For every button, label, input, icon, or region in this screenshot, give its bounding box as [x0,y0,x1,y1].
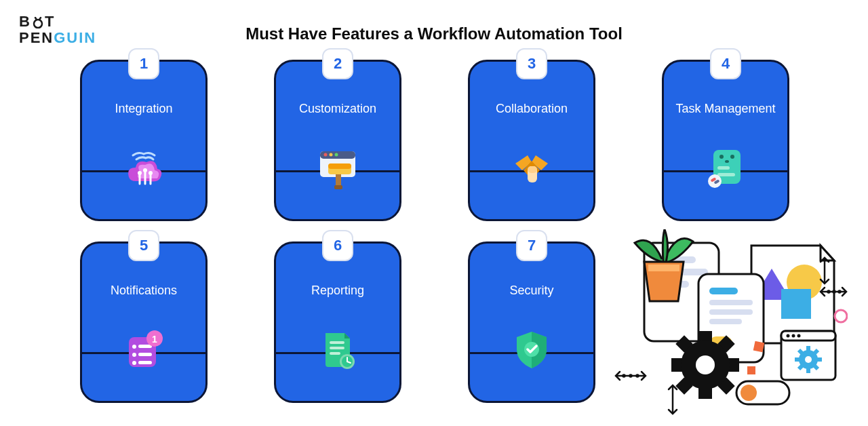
svg-rect-17 [334,185,342,189]
svg-point-12 [330,153,333,157]
card-badge: 7 [516,230,547,261]
svg-point-0 [34,20,42,28]
svg-point-80 [696,355,715,374]
svg-rect-65 [709,288,738,294]
svg-point-13 [335,153,338,157]
svg-point-21 [719,155,724,159]
svg-point-22 [730,155,734,159]
svg-point-11 [324,153,328,157]
card-badge: 1 [128,48,159,79]
svg-point-94 [833,291,835,293]
card-badge: 5 [128,230,159,261]
svg-point-93 [828,291,830,293]
card-customization: 2 Customization [274,60,401,221]
svg-point-89 [637,375,639,377]
brand-line2b: GUIN [54,29,96,46]
brand-logo: BT PENGUIN [19,14,96,46]
brand-line1b: T [45,13,55,30]
card-reporting: 6 Reporting [274,241,401,403]
card-label: Security [470,283,593,298]
svg-rect-70 [648,265,679,271]
svg-line-1 [35,18,37,20]
task-board-icon [701,143,750,192]
svg-point-6 [138,171,142,175]
svg-point-32 [132,353,136,357]
card-badge: 3 [516,48,547,79]
card-integration: 1 Integration [80,60,208,221]
svg-point-26 [708,174,722,188]
report-clock-icon [313,325,362,374]
svg-point-56 [792,334,795,338]
svg-point-85 [835,310,847,322]
card-badge: 2 [322,48,353,79]
card-label: Notifications [82,283,205,298]
svg-rect-68 [709,319,742,324]
svg-point-57 [797,334,801,338]
svg-rect-83 [753,341,765,353]
svg-rect-31 [138,345,152,348]
window-paint-icon [313,143,362,192]
card-badge: 6 [322,230,353,261]
svg-point-23 [725,160,729,163]
svg-point-82 [741,385,757,401]
handshake-icon [507,143,556,192]
cloud-wifi-icon [119,143,168,192]
card-task-management: 4 Task Management [662,60,789,221]
card-label: Customization [276,101,399,117]
card-collaboration: 3 Collaboration [468,60,595,221]
brand-line1a: B [19,13,31,30]
svg-rect-25 [717,173,735,176]
svg-point-88 [630,375,632,377]
svg-point-55 [787,334,790,338]
workflow-collage-illustration [597,229,848,419]
svg-point-87 [623,375,625,377]
svg-rect-24 [717,166,730,170]
svg-rect-19 [528,166,537,173]
svg-rect-35 [138,361,152,364]
card-label: Collaboration [470,101,593,117]
card-security: 7 Security [468,241,595,403]
svg-point-7 [143,168,147,172]
card-label: Reporting [276,283,399,298]
svg-line-2 [39,18,41,20]
svg-point-34 [132,361,136,365]
page-title: Must Have Features a Workflow Automation… [245,24,623,43]
svg-rect-66 [709,300,753,305]
card-label: Integration [82,101,205,117]
list-badge-icon: 1 [119,325,168,374]
svg-rect-52 [781,289,811,319]
card-badge: 4 [710,48,741,79]
svg-text:1: 1 [152,334,157,345]
card-label: Task Management [664,101,787,117]
svg-rect-84 [747,366,755,374]
brand-line2a: PEN [19,29,54,46]
svg-rect-67 [709,309,753,315]
svg-rect-33 [138,353,152,356]
svg-point-8 [149,171,153,175]
svg-rect-15 [328,163,351,169]
svg-rect-39 [330,347,344,349]
svg-rect-38 [330,341,344,344]
svg-point-95 [839,291,841,293]
svg-rect-40 [330,352,340,355]
card-notifications: 5 Notifications 1 [80,241,208,403]
shield-check-icon [507,325,556,374]
svg-point-63 [805,356,812,363]
svg-point-30 [132,345,136,349]
svg-rect-16 [336,174,341,187]
